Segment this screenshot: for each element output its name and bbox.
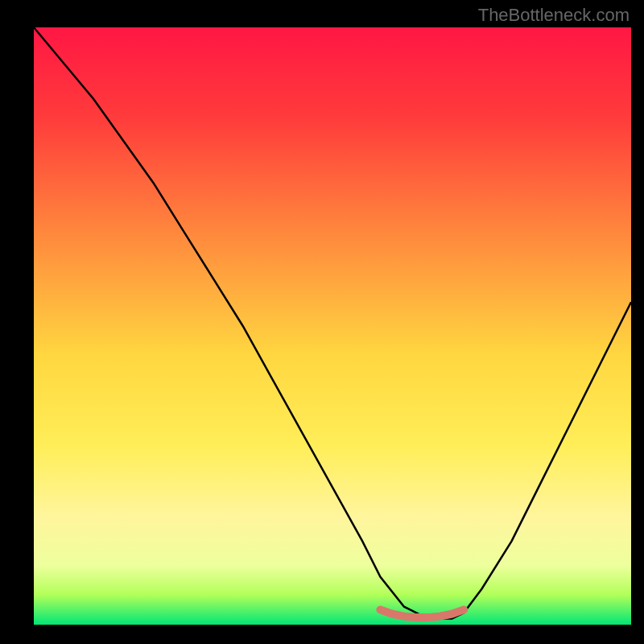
chart-svg <box>0 0 644 644</box>
plot-background <box>34 27 631 625</box>
watermark-text: TheBottleneck.com <box>478 5 630 26</box>
chart-container: TheBottleneck.com <box>0 0 644 644</box>
